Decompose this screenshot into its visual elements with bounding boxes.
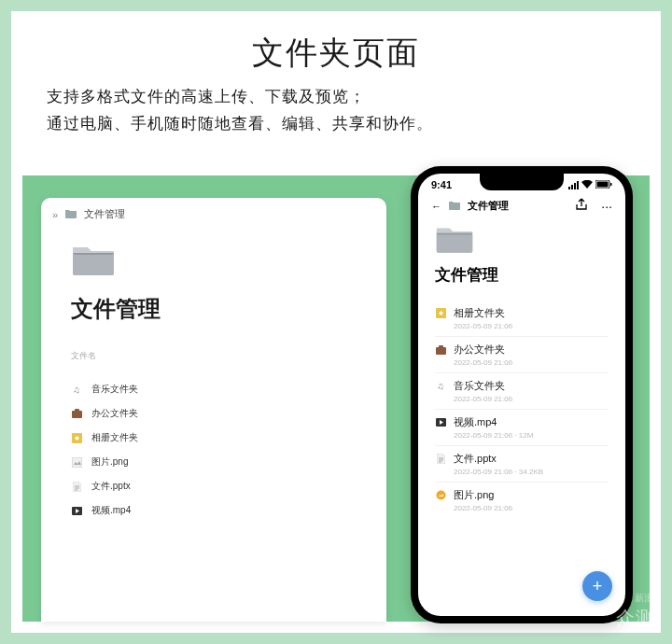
file-name: 图片.png [91,455,128,469]
file-name: 音乐文件夹 [91,383,138,396]
svg-rect-8 [610,183,612,186]
file-meta: 2022-05-09 21:06 · 34.2KB [454,468,609,476]
music-icon: ♫ [435,381,446,392]
phone-notch [480,174,564,190]
file-name: 视频.mp4 [91,504,131,517]
briefcase-icon [435,344,446,356]
album-icon [71,432,82,443]
file-name: 音乐文件夹 [454,379,505,393]
svg-point-3 [75,436,78,440]
add-button[interactable]: + [582,571,612,601]
svg-rect-0 [72,411,82,418]
file-name: 文件.pptx [91,480,131,493]
image-icon [71,456,82,468]
phone-frame: 9:41 ← 文件管理 ··· [411,166,633,623]
list-item[interactable]: 相册文件夹 [71,426,357,450]
list-item[interactable]: 视频.mp4 [71,498,357,523]
svg-rect-11 [436,347,446,355]
list-item[interactable]: 视频.mp42022-05-09 21:06 · 12M [435,410,609,446]
phone-page-title: 文件管理 [435,264,609,286]
status-time: 9:41 [431,179,452,190]
folder-icon [435,225,474,255]
more-icon[interactable]: ··· [601,199,612,214]
folder-small-icon [65,209,77,220]
svg-rect-12 [439,345,443,348]
briefcase-icon [71,408,82,419]
expand-icon[interactable]: » [52,209,58,220]
list-item[interactable]: 相册文件夹2022-05-09 21:06 [435,301,609,337]
file-name: 办公文件夹 [454,343,505,357]
back-button[interactable]: ← 文件管理 [431,199,509,213]
music-icon: ♫ [71,384,82,395]
file-name: 文件.pptx [454,452,497,466]
doc-icon [71,481,82,492]
battery-icon [595,179,612,190]
svg-rect-4 [72,457,82,468]
folder-small-icon [449,201,460,212]
column-header: 文件名 [71,350,357,368]
svg-rect-7 [597,182,609,188]
file-name: 图片.png [454,488,494,502]
svg-rect-1 [75,409,79,412]
file-meta: 2022-05-09 21:06 [454,358,609,367]
file-meta: 2022-05-09 21:06 [454,395,609,403]
svg-point-10 [439,312,442,315]
wifi-icon [581,179,593,190]
breadcrumb[interactable]: » 文件管理 [41,198,386,231]
watermark-sub: 新浪 [635,592,653,605]
list-item[interactable]: 文件.pptx [71,474,357,498]
page-heading: 文件夹页面 [47,32,625,75]
signal-icon [568,181,579,189]
share-icon[interactable] [575,198,588,214]
nav-title: 文件管理 [468,199,509,213]
doc-icon [435,454,446,465]
file-meta: 2022-05-09 21:06 [454,504,609,512]
list-item[interactable]: ♫音乐文件夹2022-05-09 21:06 [435,373,609,410]
list-item[interactable]: 文件.pptx2022-05-09 21:06 · 34.2KB [435,446,609,483]
breadcrumb-label: 文件管理 [84,207,125,221]
file-name: 相册文件夹 [91,431,138,444]
image-icon [435,490,446,501]
folder-icon [71,244,116,277]
file-name: 相册文件夹 [454,306,505,320]
page-subtitle: 支持多格式文件的高速上传、下载及预览； 通过电脑、手机随时随地查看、编辑、共享和… [47,84,625,138]
list-item[interactable]: 图片.png2022-05-09 21:06 [435,483,609,518]
list-item[interactable]: ♫音乐文件夹 [71,377,357,401]
video-icon [435,417,446,428]
file-name: 办公文件夹 [91,407,138,420]
album-icon [435,308,446,319]
file-name: 视频.mp4 [454,415,497,429]
file-meta: 2022-05-09 21:06 · 12M [454,431,609,440]
desktop-page-title: 文件管理 [71,294,357,324]
desktop-window: » 文件管理 文件管理 文件名 ♫音乐文件夹办公文件夹相册文件夹图片.png文件… [41,198,386,622]
list-item[interactable]: 图片.png [71,450,357,474]
list-item[interactable]: 办公文件夹 [71,401,357,426]
chevron-left-icon: ← [431,201,441,212]
showcase-area: » 文件管理 文件管理 文件名 ♫音乐文件夹办公文件夹相册文件夹图片.png文件… [22,175,650,622]
video-icon [71,505,82,516]
file-meta: 2022-05-09 21:06 [454,322,609,330]
list-item[interactable]: 办公文件夹2022-05-09 21:06 [435,337,609,373]
